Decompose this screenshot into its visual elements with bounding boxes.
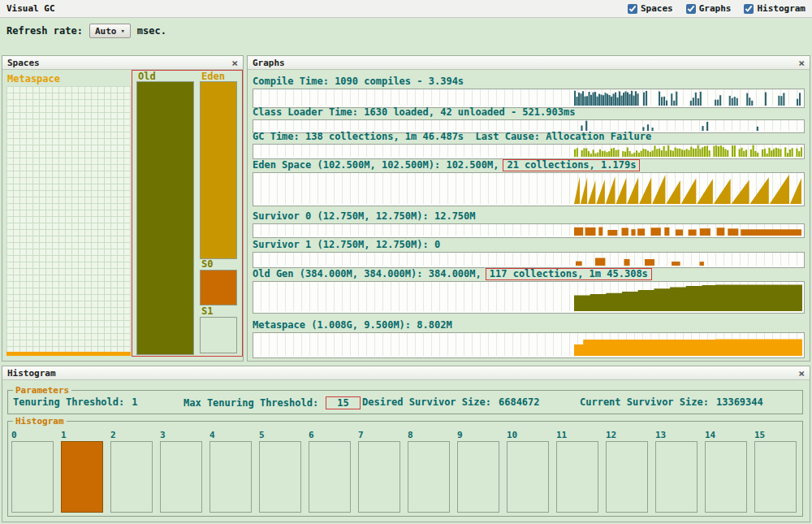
close-icon[interactable]: × xyxy=(231,58,238,68)
graph-label: Survivor 0 (12.750M, 12.750M): 12.750M xyxy=(253,211,805,222)
tenuring-threshold-label: Tenuring Threshold: xyxy=(13,396,124,408)
graph-row-compile-time: Compile Time: 1090 compiles - 3.394s xyxy=(253,76,805,108)
survivor-0-graph xyxy=(253,223,805,238)
checkbox-graphs[interactable]: Graphs xyxy=(686,3,732,14)
histogram-bin-bar xyxy=(358,441,400,513)
graph-label: Eden Space (102.500M, 102.500M): 102.500… xyxy=(253,160,805,171)
histogram-bin-8: 8 xyxy=(408,430,450,513)
refresh-toolbar: Refresh rate: Auto ▾ msec. xyxy=(0,21,166,41)
window-title: Visual GC xyxy=(6,3,55,14)
graph-label-text: Old Gen (384.000M, 384.000M): 384.000M, xyxy=(253,269,482,279)
s1-space-bar xyxy=(200,317,237,353)
histogram-bin-13: 13 xyxy=(655,430,698,513)
graph-label-text: GC Time: 138 collections, 1m 46.487s Las… xyxy=(253,132,651,142)
histogram-bin-5: 5 xyxy=(259,430,301,513)
histogram-panel-body: Parameters Tenuring Threshold: 1 Max Ten… xyxy=(2,380,810,522)
metaspace-space xyxy=(6,86,131,356)
old-gen-graph xyxy=(253,281,805,314)
s0-label: S0 xyxy=(201,259,213,269)
graph-row-eden-space: Eden Space (102.500M, 102.500M): 102.500… xyxy=(253,160,805,206)
graph-label: Metaspace (1.008G, 9.500M): 8.802M xyxy=(253,320,805,331)
chevron-down-icon: ▾ xyxy=(120,27,124,35)
visual-gc-window: Visual GC Spaces Graphs Histogram Refres… xyxy=(0,0,812,524)
histogram-bin-label: 7 xyxy=(358,430,400,440)
histogram-bin-label: 12 xyxy=(606,430,648,440)
checkbox-histogram[interactable]: Histogram xyxy=(744,3,806,14)
refresh-units-label: msec. xyxy=(137,25,166,37)
close-icon[interactable]: × xyxy=(798,58,805,68)
graphs-panel-header: Graphs × xyxy=(248,56,810,70)
histogram-bin-bar xyxy=(606,441,648,513)
graphs-panel-body: Compile Time: 1090 compiles - 3.394s Cla… xyxy=(248,70,810,361)
checkbox-spaces[interactable]: Spaces xyxy=(628,3,673,14)
histogram-bin-label: 6 xyxy=(309,430,351,440)
current-survivor-size-label: Current Survivor Size: xyxy=(580,396,709,408)
graph-label-text: Metaspace (1.008G, 9.500M): 8.802M xyxy=(253,320,452,331)
refresh-rate-select[interactable]: Auto ▾ xyxy=(89,24,131,38)
checkbox-histogram-label: Histogram xyxy=(757,3,806,14)
desired-survivor-size-label: Desired Survivor Size: xyxy=(362,396,491,408)
parameters-group-title: Parameters xyxy=(13,385,71,396)
histogram-bin-11: 11 xyxy=(556,430,598,513)
max-tenuring-threshold-label: Max Tenuring Threshold: xyxy=(184,397,318,409)
graph-label: Old Gen (384.000M, 384.000M): 384.000M, … xyxy=(253,269,805,279)
graph-label: Class Loader Time: 1630 loaded, 42 unloa… xyxy=(253,107,805,118)
histogram-panel-header: Histogram × xyxy=(2,366,810,380)
graph-label-text: Survivor 0 (12.750M, 12.750M): 12.750M xyxy=(253,211,476,222)
graph-row-survivor-0: Survivor 0 (12.750M, 12.750M): 12.750M xyxy=(253,211,805,238)
spaces-checkbox-input[interactable] xyxy=(628,4,637,14)
graph-row-metaspace: Metaspace (1.008G, 9.500M): 8.802M xyxy=(253,320,805,358)
s0-space-bar xyxy=(200,270,237,305)
histogram-bin-bar xyxy=(11,441,54,513)
histogram-bin-label: 14 xyxy=(705,430,747,440)
spaces-panel: Spaces × Metaspace Old Eden S0 S1 xyxy=(2,55,244,362)
histogram-panel-title: Histogram xyxy=(7,368,56,379)
histogram-bin-7: 7 xyxy=(358,430,400,513)
histogram-bin-bar xyxy=(61,441,103,513)
histogram-bin-4: 4 xyxy=(209,430,252,513)
current-survivor-size-value: 13369344 xyxy=(716,396,763,408)
graph-row-survivor-1: Survivor 1 (12.750M, 12.750M): 0 xyxy=(253,240,805,268)
metaspace-label: Metaspace xyxy=(7,73,60,84)
graphs-panel-title: Graphs xyxy=(253,58,285,68)
histogram-bin-15: 15 xyxy=(754,430,797,513)
refresh-rate-label: Refresh rate: xyxy=(6,25,83,37)
histogram-bin-2: 2 xyxy=(110,430,153,513)
generation-highlight-box: Old Eden S0 S1 xyxy=(132,70,243,357)
histogram-bin-bar xyxy=(507,441,549,513)
histogram-bin-label: 1 xyxy=(61,430,103,440)
graphs-checkbox-input[interactable] xyxy=(686,4,696,14)
histogram-bin-3: 3 xyxy=(160,430,202,513)
histogram-bin-12: 12 xyxy=(606,430,648,513)
histogram-bins: 0123456789101112131415 xyxy=(11,430,797,513)
histogram-bin-1: 1 xyxy=(61,430,103,513)
histogram-bin-label: 9 xyxy=(457,430,499,440)
histogram-bin-10: 10 xyxy=(507,430,549,513)
histogram-bin-label: 10 xyxy=(507,430,549,440)
spaces-panel-title: Spaces xyxy=(7,58,40,68)
histogram-bin-0: 0 xyxy=(11,430,54,513)
graph-label-highlight: 117 collections, 1m 45.308s xyxy=(486,268,652,280)
histogram-bin-label: 8 xyxy=(408,430,450,440)
view-toggles: Spaces Graphs Histogram xyxy=(628,3,806,14)
histogram-bin-label: 15 xyxy=(754,430,797,440)
histogram-bin-bar xyxy=(754,441,797,513)
close-icon[interactable]: × xyxy=(798,368,805,379)
gc-time-graph xyxy=(253,144,805,159)
histogram-bin-label: 11 xyxy=(556,430,598,440)
histogram-bin-label: 3 xyxy=(160,430,202,440)
graph-row-old-gen: Old Gen (384.000M, 384.000M): 384.000M, … xyxy=(253,269,805,314)
metaspace-used-bar xyxy=(6,352,131,356)
s1-label: S1 xyxy=(201,306,213,316)
title-bar: Visual GC Spaces Graphs Histogram xyxy=(0,0,812,18)
desired-survivor-size-value: 6684672 xyxy=(499,396,540,408)
histogram-group: Histogram 0123456789101112131415 xyxy=(7,421,803,517)
histogram-bin-14: 14 xyxy=(705,430,747,513)
histogram-checkbox-input[interactable] xyxy=(744,4,754,14)
graph-row-gc-time: GC Time: 138 collections, 1m 46.487s Las… xyxy=(253,132,805,159)
histogram-bin-bar xyxy=(457,441,499,513)
old-space-bar xyxy=(136,81,194,355)
eden-space-graph xyxy=(253,172,805,206)
graph-label-text: Survivor 1 (12.750M, 12.750M): 0 xyxy=(253,240,440,250)
graph-label-text: Class Loader Time: 1630 loaded, 42 unloa… xyxy=(253,107,575,118)
